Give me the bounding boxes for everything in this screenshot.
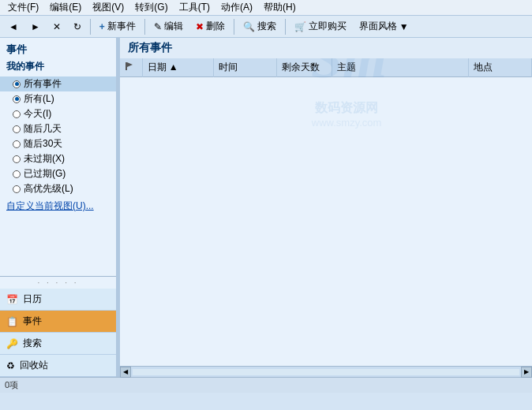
sidebar: 事件 我的事件 所有事件 所有(L) 今天(I) 随后几天 随后30天 未过期(… [0,38,117,377]
edit-label: 编辑 [164,20,183,33]
statusbar: 0项 [0,377,532,393]
menu-edit[interactable]: 编辑(E) [45,0,86,15]
filter-all-label: 所有(L) [24,92,54,106]
nav-recycle-label: 回收站 [20,359,48,372]
search-label: 搜索 [257,20,276,33]
filter-upcoming-radio [13,125,21,133]
sidebar-filter-not-expired[interactable]: 未过期(X) [0,151,116,166]
nav-calendar-label: 日历 [23,293,42,306]
nav-events-label: 事件 [23,315,42,328]
col-header-time[interactable]: 时间 [213,58,276,77]
filter-30days-label: 随后30天 [24,137,62,151]
new-event-label: 新事件 [107,20,136,33]
content-table[interactable]: 日期 ▲ 时间 剩余天数 主题 地点 [120,58,532,366]
col-header-icon[interactable] [120,58,142,77]
filter-upcoming-label: 随后几天 [24,122,62,136]
toolbar-stop-button[interactable]: ✕ [47,19,66,35]
nav-recycle[interactable]: ♻ 回收站 [0,355,116,377]
toolbar: ◄ ► ✕ ↻ + 新事件 ✎ 编辑 ✖ 删除 🔍 搜索 🛒 立即购买 界面风格… [0,16,532,38]
sidebar-my-events: 我的事件 [0,58,116,76]
style-label: 界面风格 [359,20,397,33]
content-area: 所有事件 日期 ▲ 时间 [120,38,532,377]
buy-icon: 🛒 [294,21,306,32]
filter-30days-radio [13,140,21,148]
toolbar-style-button[interactable]: 界面风格 ▼ [354,17,414,35]
svg-marker-1 [127,62,133,67]
toolbar-search-button[interactable]: 🔍 搜索 [238,17,282,35]
location-col-label: 地点 [474,62,493,73]
col-header-date[interactable]: 日期 ▲ [142,58,213,77]
sidebar-filter-all[interactable]: 所有(L) [0,91,116,106]
toolbar-back-button[interactable]: ◄ [3,19,24,35]
events-icon: 📋 [6,316,18,327]
hscroll-track[interactable] [133,369,519,375]
all-events-label: 所有事件 [24,77,62,91]
toolbar-buy-button[interactable]: 🛒 立即购买 [289,17,352,35]
sidebar-all-events[interactable]: 所有事件 [0,76,116,91]
all-events-radio [13,80,21,88]
toolbar-separator-1 [90,19,91,35]
toolbar-separator-3 [234,19,234,35]
sidebar-title: 事件 [0,38,116,58]
table-header-row: 日期 ▲ 时间 剩余天数 主题 地点 [120,58,532,77]
filter-not-expired-radio [13,155,21,163]
toolbar-edit-button[interactable]: ✎ 编辑 [148,17,189,35]
col-header-subject[interactable]: 主题 [332,58,469,77]
menu-goto[interactable]: 转到(G) [130,0,172,15]
filter-today-label: 今天(I) [24,107,51,121]
status-text: 0项 [5,379,18,391]
nav-events[interactable]: 📋 事件 [0,311,116,333]
filter-expired-label: 已过期(G) [24,167,66,181]
filter-not-expired-label: 未过期(X) [24,152,65,166]
date-col-label: 日期 [148,62,167,73]
sidebar-filter-high-priority[interactable]: 高优先级(L) [0,181,116,196]
nav-calendar[interactable]: 📅 日历 [0,289,116,311]
edit-icon: ✎ [154,21,162,32]
sidebar-filter-today[interactable]: 今天(I) [0,106,116,121]
style-dropdown-icon: ▼ [399,21,409,32]
nav-search[interactable]: 🔑 搜索 [0,333,116,355]
hscroll-left-button[interactable]: ◀ [120,367,131,378]
delete-label: 删除 [206,20,225,33]
toolbar-refresh-button[interactable]: ↻ [68,19,87,35]
main-area: 事件 我的事件 所有事件 所有(L) 今天(I) 随后几天 随后30天 未过期(… [0,38,532,377]
menu-help[interactable]: 帮助(H) [259,0,301,15]
watermark-site-name: 数码资源网 [307,100,386,117]
filter-all-radio [13,95,21,103]
menubar: 文件(F) 编辑(E) 视图(V) 转到(G) 工具(T) 动作(A) 帮助(H… [0,0,532,16]
date-sort-icon: ▲ [169,62,178,73]
col-icon-label [125,62,134,73]
buy-label: 立即购买 [309,20,347,33]
filter-high-priority-label: 高优先级(L) [24,182,73,196]
new-event-icon: + [99,21,105,32]
filter-expired-radio [13,170,21,178]
toolbar-forward-button[interactable]: ► [25,19,46,35]
menu-file[interactable]: 文件(F) [3,0,43,15]
toolbar-separator-4 [285,19,286,35]
filter-today-radio [13,110,21,118]
menu-view[interactable]: 视图(V) [88,0,129,15]
time-col-label: 时间 [219,62,238,73]
col-header-days[interactable]: 剩余天数 [276,58,332,77]
recycle-icon: ♻ [6,360,15,371]
sidebar-custom-view-link[interactable]: 自定义当前视图(U)... [0,196,116,216]
toolbar-delete-button[interactable]: ✖ 删除 [190,17,230,35]
calendar-icon: 📅 [6,294,18,305]
sidebar-filter-expired[interactable]: 已过期(G) [0,166,116,181]
hscroll-right-button[interactable]: ▶ [521,367,532,378]
svg-rect-0 [126,62,127,70]
nav-search-label: 搜索 [23,337,42,350]
content-title: 所有事件 [120,38,532,58]
subject-col-label: 主题 [337,62,356,73]
content-hscroll: ◀ ▶ [120,366,532,377]
sidebar-filter-30days[interactable]: 随后30天 [0,136,116,151]
menu-tools[interactable]: 工具(T) [174,0,215,15]
col-header-location[interactable]: 地点 [469,58,532,77]
delete-icon: ✖ [196,21,204,32]
menu-actions[interactable]: 动作(A) [216,0,257,15]
events-table: 日期 ▲ 时间 剩余天数 主题 地点 [120,58,532,77]
toolbar-new-event-button[interactable]: + 新事件 [94,17,141,35]
sidebar-dots: · · · · · [0,277,116,289]
sidebar-filter-upcoming[interactable]: 随后几天 [0,121,116,136]
sidebar-nav: · · · · · 📅 日历 📋 事件 🔑 搜索 ♻ 回收站 [0,276,116,377]
